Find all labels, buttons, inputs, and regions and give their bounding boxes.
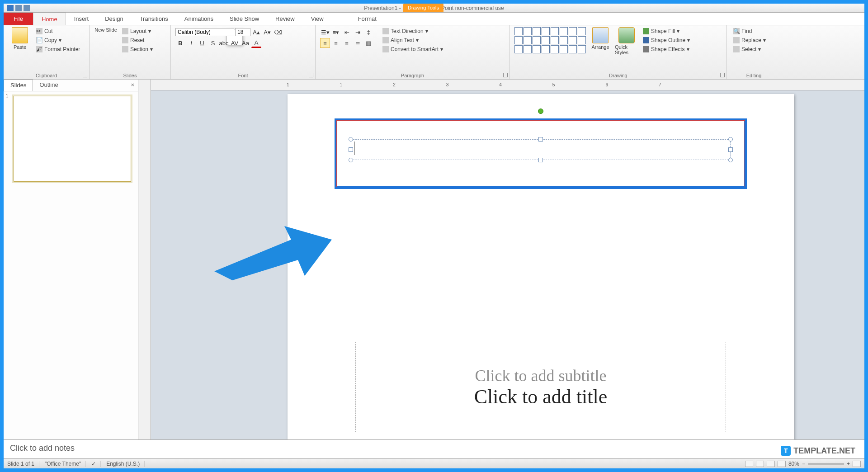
underline-button[interactable]: U bbox=[197, 38, 207, 48]
handle-bl[interactable] bbox=[349, 158, 353, 162]
justify-button[interactable]: ≣ bbox=[353, 38, 363, 48]
handle-tc[interactable] bbox=[538, 137, 543, 142]
view-reading-icon[interactable] bbox=[767, 461, 775, 467]
subtitle-text: Click to add subtitle bbox=[475, 366, 607, 385]
align-right-button[interactable]: ≡ bbox=[342, 38, 352, 48]
tab-design[interactable]: Design bbox=[97, 13, 131, 25]
tab-slides-panel[interactable]: Slides bbox=[4, 80, 33, 91]
select-button[interactable]: Select ▾ bbox=[731, 45, 763, 53]
ribbon-tabs: File Home Insert Design Transitions Anim… bbox=[4, 13, 864, 25]
quick-styles-button[interactable]: Quick Styles bbox=[615, 27, 638, 55]
slide-thumbnail[interactable] bbox=[14, 96, 131, 182]
view-sorter-icon[interactable] bbox=[756, 461, 764, 467]
tab-animations[interactable]: Animations bbox=[176, 13, 222, 25]
tab-slideshow[interactable]: Slide Show bbox=[222, 13, 267, 25]
format-painter-button[interactable]: 🖌Format Painter bbox=[34, 45, 82, 53]
rotation-handle-icon[interactable] bbox=[538, 109, 543, 114]
status-spellcheck-icon[interactable]: ✓ bbox=[91, 461, 101, 467]
shrink-font-icon[interactable]: A▾ bbox=[262, 27, 272, 37]
subtitle-placeholder[interactable]: Click to add subtitle Click to add title bbox=[355, 342, 726, 432]
shapes-gallery[interactable] bbox=[514, 27, 586, 53]
qat-undo-icon[interactable] bbox=[15, 5, 22, 11]
shape-effects-button[interactable]: Shape Effects ▾ bbox=[641, 45, 692, 53]
grow-font-icon[interactable]: A▴ bbox=[251, 27, 261, 37]
tab-insert[interactable]: Insert bbox=[66, 13, 97, 25]
view-slideshow-icon[interactable] bbox=[778, 461, 786, 467]
shadow-button[interactable]: abc bbox=[219, 38, 229, 48]
zoom-slider[interactable] bbox=[808, 463, 844, 465]
zoom-in-button[interactable]: + bbox=[847, 461, 850, 467]
align-text-button[interactable]: Align Text ▾ bbox=[381, 36, 445, 44]
cut-button[interactable]: ✂Cut bbox=[34, 27, 82, 35]
fit-window-icon[interactable] bbox=[853, 461, 861, 467]
title-textbox-highlight[interactable] bbox=[335, 118, 747, 189]
section-button[interactable]: Section ▾ bbox=[120, 45, 155, 53]
align-center-button[interactable]: ≡ bbox=[331, 38, 341, 48]
numbering-button[interactable]: ≡▾ bbox=[331, 27, 341, 37]
content-area: Slides Outline × 1 1 1 2 3 4 5 6 7 bbox=[4, 80, 864, 439]
shape-fill-button[interactable]: Shape Fill ▾ bbox=[641, 27, 692, 35]
group-drawing: Arrange Quick Styles Shape Fill ▾ Shape … bbox=[510, 25, 727, 79]
handle-bc[interactable] bbox=[538, 158, 543, 162]
zoom-level[interactable]: 80% bbox=[788, 461, 799, 467]
panel-close-button[interactable]: × bbox=[127, 80, 138, 91]
status-language[interactable]: English (U.S.) bbox=[106, 461, 145, 467]
font-size-combo[interactable] bbox=[235, 28, 250, 36]
align-left-button[interactable]: ≡ bbox=[320, 38, 330, 48]
paragraph-launcher-icon[interactable] bbox=[503, 73, 508, 77]
qat-save-icon[interactable] bbox=[7, 5, 14, 11]
dec-indent-button[interactable]: ⇤ bbox=[342, 27, 352, 37]
drawing-launcher-icon[interactable] bbox=[720, 73, 725, 77]
font-name-combo[interactable] bbox=[175, 28, 234, 36]
new-slide-button[interactable]: New Slide bbox=[94, 27, 118, 33]
reset-button[interactable]: Reset bbox=[120, 36, 155, 44]
tab-file[interactable]: File bbox=[4, 13, 33, 25]
strike-button[interactable]: S bbox=[208, 38, 218, 48]
case-button[interactable]: Aa bbox=[241, 38, 250, 48]
copy-icon: 📄 bbox=[36, 37, 42, 43]
pencil-icon bbox=[643, 37, 649, 43]
clipboard-launcher-icon[interactable] bbox=[83, 73, 87, 77]
qat-redo-icon[interactable] bbox=[24, 5, 30, 11]
clear-format-icon[interactable]: ⌫ bbox=[273, 27, 283, 37]
handle-tl[interactable] bbox=[349, 137, 353, 142]
tab-review[interactable]: Review bbox=[267, 13, 303, 25]
line-spacing-button[interactable]: ‡ bbox=[363, 27, 373, 37]
handle-ml[interactable] bbox=[349, 147, 353, 152]
handle-mr[interactable] bbox=[728, 147, 733, 152]
font-color-button[interactable]: A bbox=[251, 38, 261, 48]
tab-home[interactable]: Home bbox=[33, 13, 66, 25]
panel-tabs: Slides Outline × bbox=[4, 80, 138, 91]
zoom-out-button[interactable]: − bbox=[802, 461, 805, 467]
handle-br[interactable] bbox=[728, 158, 733, 162]
notes-pane[interactable]: Click to add notes bbox=[4, 439, 864, 458]
slide-canvas[interactable]: Click to add subtitle Click to add title bbox=[288, 94, 794, 439]
tab-view[interactable]: View bbox=[303, 13, 332, 25]
tab-transitions[interactable]: Transitions bbox=[132, 13, 176, 25]
arrange-button[interactable]: Arrange bbox=[589, 27, 612, 50]
status-theme: "Office Theme" bbox=[45, 461, 86, 467]
align-text-icon bbox=[382, 37, 389, 43]
columns-button[interactable]: ▥ bbox=[363, 38, 373, 48]
italic-button[interactable]: I bbox=[186, 38, 196, 48]
handle-tr[interactable] bbox=[728, 137, 733, 142]
smartart-button[interactable]: Convert to SmartArt ▾ bbox=[381, 45, 445, 53]
quick-styles-icon bbox=[618, 27, 635, 43]
inc-indent-button[interactable]: ⇥ bbox=[353, 27, 363, 37]
bullets-button[interactable]: ☰▾ bbox=[320, 27, 330, 37]
tab-outline-panel[interactable]: Outline bbox=[33, 80, 64, 91]
copy-button[interactable]: 📄Copy ▾ bbox=[34, 36, 82, 44]
shape-outline-button[interactable]: Shape Outline ▾ bbox=[641, 36, 692, 44]
spacing-button[interactable]: AV bbox=[230, 38, 240, 48]
find-button[interactable]: 🔍Find bbox=[731, 27, 754, 35]
paste-button[interactable]: Paste bbox=[8, 27, 32, 50]
bold-button[interactable]: B bbox=[175, 38, 185, 48]
text-direction-button[interactable]: Text Direction ▾ bbox=[381, 27, 445, 35]
view-normal-icon[interactable] bbox=[745, 461, 753, 467]
layout-button[interactable]: Layout ▾ bbox=[120, 27, 155, 35]
font-launcher-icon[interactable] bbox=[309, 73, 313, 77]
title-textbox[interactable] bbox=[351, 139, 731, 160]
watermark: T TEMPLATE.NET bbox=[781, 446, 855, 456]
tab-format[interactable]: Format bbox=[350, 13, 385, 25]
replace-button[interactable]: Replace ▾ bbox=[731, 36, 768, 44]
